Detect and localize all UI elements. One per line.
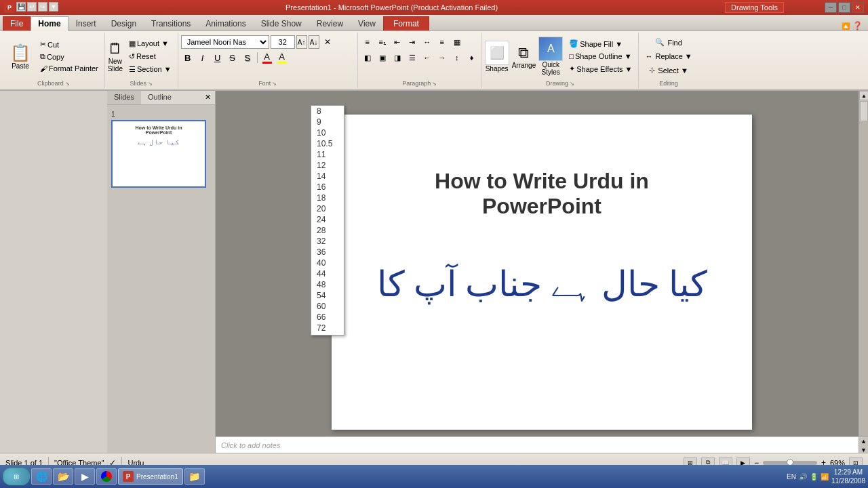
- layout-btn[interactable]: ▦ Layout ▼: [125, 38, 175, 49]
- new-slide-btn[interactable]: 🗒 NewSlide: [108, 40, 123, 73]
- fs-48[interactable]: 48: [311, 279, 344, 290]
- fs-24[interactable]: 24: [311, 214, 344, 225]
- italic-btn[interactable]: I: [196, 51, 210, 64]
- tab-transitions[interactable]: Transitions: [144, 16, 198, 30]
- taskbar-chrome-btn[interactable]: [96, 468, 117, 485]
- shapes-btn[interactable]: ⬜ Shapes: [485, 41, 509, 73]
- tab-view[interactable]: View: [351, 16, 383, 30]
- text-direction-btn[interactable]: ↔: [420, 35, 434, 49]
- shadow-btn[interactable]: S: [241, 51, 254, 64]
- zoom-slider[interactable]: [763, 461, 817, 465]
- select-btn[interactable]: ⊹ Select ▼: [646, 64, 692, 76]
- shape-fill-btn[interactable]: 🪣 Shape Fill ▼: [566, 38, 635, 49]
- fs-54[interactable]: 54: [311, 290, 344, 301]
- decrease-indent-btn[interactable]: ⇤: [391, 35, 404, 49]
- font-size-dropdown[interactable]: 8 9 10 10.5 11 12 14 16 18 20 24 28 32 3…: [311, 105, 344, 336]
- tab-design[interactable]: Design: [104, 16, 144, 30]
- smartart-btn[interactable]: ♦: [465, 51, 479, 64]
- numbering-btn[interactable]: ≡₁: [376, 35, 389, 49]
- columns-btn[interactable]: ▦: [450, 35, 464, 49]
- align-text-btn[interactable]: ≡: [435, 35, 449, 49]
- line-spacing-btn[interactable]: ↕: [450, 51, 464, 64]
- fs-36[interactable]: 36: [311, 247, 344, 258]
- fs-72[interactable]: 72: [311, 323, 344, 333]
- notes-bar[interactable]: Click to add notes: [216, 436, 859, 453]
- decrease-font-btn[interactable]: A↓: [309, 35, 319, 49]
- quick-styles-btn[interactable]: A QuickStyles: [538, 37, 563, 76]
- cut-btn[interactable]: ✂ Cut: [37, 39, 102, 50]
- redo-btn[interactable]: ↪: [38, 2, 47, 12]
- shape-outline-btn[interactable]: □ Shape Outline ▼: [566, 51, 635, 62]
- start-btn[interactable]: ⊞: [3, 468, 30, 485]
- highlight-btn[interactable]: A: [275, 51, 289, 64]
- fs-18[interactable]: 18: [311, 192, 344, 203]
- fs-9[interactable]: 9: [311, 117, 344, 127]
- align-right-btn[interactable]: ◨: [391, 51, 404, 64]
- slides-expand[interactable]: ↘: [148, 81, 153, 87]
- bullets-btn[interactable]: ≡: [361, 35, 374, 49]
- font-name-selector[interactable]: Jameel Noori Nas: [181, 35, 269, 49]
- tab-format[interactable]: Format: [383, 16, 429, 30]
- font-size-input[interactable]: [271, 35, 295, 49]
- arrange-btn[interactable]: ⧉ Arrange: [512, 44, 536, 69]
- justify-btn[interactable]: ☰: [406, 51, 419, 64]
- fs-14[interactable]: 14: [311, 171, 344, 182]
- scroll-up-btn[interactable]: ▲: [859, 91, 868, 100]
- copy-btn[interactable]: ⧉ Copy: [37, 51, 102, 62]
- taskbar-ie-btn[interactable]: 🌐: [31, 468, 52, 485]
- fs-8[interactable]: 8: [311, 106, 344, 117]
- zoom-slider-thumb[interactable]: [787, 459, 793, 466]
- fs-11[interactable]: 11: [311, 149, 344, 160]
- slide-canvas[interactable]: How to Write Urdu inPowerPoint كيا حال ہ…: [332, 115, 752, 430]
- paragraph-expand[interactable]: ↘: [432, 81, 437, 87]
- increase-font-btn[interactable]: A↑: [296, 35, 307, 49]
- align-left-btn[interactable]: ◧: [361, 51, 374, 64]
- panel-close-btn[interactable]: ✕: [201, 91, 215, 104]
- tab-animations[interactable]: Animations: [198, 16, 253, 30]
- fs-40[interactable]: 40: [311, 258, 344, 268]
- tab-home[interactable]: Home: [31, 16, 68, 31]
- clipboard-expand[interactable]: ↘: [65, 81, 70, 87]
- collapse-ribbon-btn[interactable]: 🔼: [842, 22, 850, 30]
- fs-20[interactable]: 20: [311, 203, 344, 214]
- taskbar-files-btn[interactable]: 📂: [53, 468, 73, 485]
- rtl-btn[interactable]: ←: [420, 51, 434, 64]
- underline-btn[interactable]: U: [211, 51, 224, 64]
- fs-28[interactable]: 28: [311, 225, 344, 236]
- fs-80[interactable]: 80: [311, 333, 344, 336]
- replace-btn[interactable]: ↔ Replace ▼: [642, 51, 695, 62]
- taskbar-media-btn[interactable]: ▶: [75, 468, 95, 485]
- align-center-btn[interactable]: ▣: [376, 51, 389, 64]
- quick-save-btn[interactable]: 💾: [16, 2, 26, 12]
- fs-16[interactable]: 16: [311, 182, 344, 192]
- help-btn[interactable]: ❓: [852, 21, 863, 30]
- drawing-expand[interactable]: ↘: [570, 81, 574, 87]
- fs-10[interactable]: 10: [311, 127, 344, 138]
- close-btn[interactable]: ✕: [852, 2, 864, 13]
- fs-44[interactable]: 44: [311, 268, 344, 279]
- section-btn[interactable]: ☰ Section ▼: [125, 64, 175, 75]
- tab-slideshow[interactable]: Slide Show: [254, 16, 309, 30]
- system-clock[interactable]: 12:29 AM 11/28/2008: [831, 468, 865, 485]
- find-btn[interactable]: 🔍 Find: [652, 37, 685, 48]
- format-painter-btn[interactable]: 🖌 Format Painter: [37, 63, 102, 74]
- shape-effects-btn[interactable]: ✦ Shape Effects ▼: [566, 63, 635, 75]
- fs-66[interactable]: 66: [311, 312, 344, 323]
- increase-indent-btn[interactable]: ⇥: [406, 35, 419, 49]
- scroll-thumb[interactable]: [860, 101, 868, 121]
- tab-insert[interactable]: Insert: [68, 16, 104, 30]
- minimize-btn[interactable]: ─: [825, 2, 837, 13]
- fs-60[interactable]: 60: [311, 301, 344, 312]
- taskbar-folder-btn[interactable]: 📁: [184, 468, 205, 485]
- fs-105[interactable]: 10.5: [311, 138, 344, 149]
- strikethrough-btn[interactable]: S: [226, 51, 239, 64]
- right-scrollbar[interactable]: ▲ ▼: [859, 91, 868, 453]
- slides-tab[interactable]: Slides: [107, 91, 141, 104]
- fs-32[interactable]: 32: [311, 236, 344, 247]
- bold-btn[interactable]: B: [181, 51, 195, 64]
- clear-format-btn[interactable]: ✕: [321, 35, 334, 49]
- outline-tab[interactable]: Outline: [141, 91, 178, 104]
- font-color-btn[interactable]: A: [260, 51, 274, 64]
- quick-access-more[interactable]: ▼: [49, 2, 58, 12]
- maximize-btn[interactable]: □: [838, 2, 850, 13]
